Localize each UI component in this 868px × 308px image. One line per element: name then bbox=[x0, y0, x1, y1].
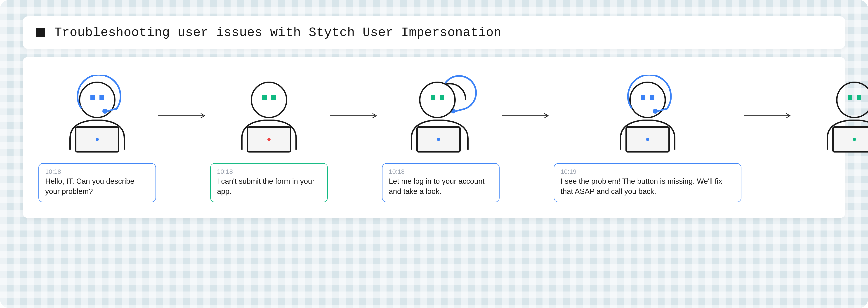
svg-rect-3 bbox=[90, 95, 95, 100]
message-bubble: 10:18 Hello, IT. Can you describe your p… bbox=[38, 163, 156, 202]
flow-arrow bbox=[328, 75, 382, 156]
flow-arrow bbox=[500, 75, 554, 156]
title-bullet-icon bbox=[36, 28, 45, 37]
svg-rect-32 bbox=[857, 95, 861, 100]
impersonation-avatar bbox=[400, 75, 482, 156]
svg-point-28 bbox=[646, 138, 649, 141]
user-avatar bbox=[814, 75, 868, 156]
message-text: Hello, IT. Can you describe your problem… bbox=[45, 176, 149, 196]
step-user-2 bbox=[796, 75, 868, 195]
svg-point-16 bbox=[420, 82, 455, 118]
flow-arrow bbox=[156, 75, 210, 156]
step-impersonation: 10:18 Let me log in to your account and … bbox=[382, 75, 500, 202]
message-bubble: 10:18 I can't submit the form in your ap… bbox=[210, 163, 328, 202]
step-agent-2: 10:19 I see the problem! The button is m… bbox=[554, 75, 741, 202]
message-timestamp: 10:18 bbox=[45, 168, 149, 175]
svg-rect-9 bbox=[262, 95, 267, 100]
message-bubble: 10:19 I see the problem! The button is m… bbox=[554, 163, 741, 202]
message-timestamp: 10:19 bbox=[561, 168, 735, 175]
agent-avatar bbox=[607, 75, 688, 156]
svg-point-34 bbox=[853, 138, 856, 141]
svg-rect-10 bbox=[271, 95, 276, 100]
user-avatar bbox=[228, 75, 310, 156]
step-agent-1: 10:18 Hello, IT. Can you describe your p… bbox=[38, 75, 156, 202]
svg-rect-33 bbox=[833, 127, 868, 152]
svg-rect-4 bbox=[99, 95, 104, 100]
svg-rect-26 bbox=[650, 95, 654, 100]
message-timestamp: 10:18 bbox=[389, 168, 493, 175]
page: Troubleshooting user issues with Stytch … bbox=[0, 0, 868, 238]
svg-rect-25 bbox=[641, 95, 645, 100]
page-title: Troubleshooting user issues with Stytch … bbox=[54, 25, 501, 40]
svg-point-22 bbox=[630, 82, 665, 118]
svg-point-8 bbox=[251, 82, 287, 118]
message-text: Let me log in to your account and take a… bbox=[389, 176, 493, 196]
flow-row: 10:18 Hello, IT. Can you describe your p… bbox=[38, 75, 830, 202]
diagram-card: 10:18 Hello, IT. Can you describe your p… bbox=[23, 57, 845, 218]
svg-point-0 bbox=[80, 82, 115, 118]
title-card: Troubleshooting user issues with Stytch … bbox=[23, 16, 845, 49]
agent-avatar bbox=[57, 75, 138, 156]
message-text: I can't submit the form in your app. bbox=[217, 176, 321, 196]
message-text: I see the problem! The button is missing… bbox=[561, 176, 735, 196]
svg-rect-18 bbox=[440, 95, 444, 100]
svg-rect-31 bbox=[848, 95, 852, 100]
message-bubble: 10:18 Let me log in to your account and … bbox=[382, 163, 500, 202]
flow-arrow bbox=[741, 75, 796, 156]
svg-point-20 bbox=[437, 138, 440, 141]
svg-point-12 bbox=[268, 138, 271, 141]
svg-line-15 bbox=[456, 109, 465, 111]
message-timestamp: 10:18 bbox=[217, 168, 321, 175]
svg-point-30 bbox=[837, 82, 868, 118]
step-user-1: 10:18 I can't submit the form in your ap… bbox=[210, 75, 328, 202]
svg-rect-17 bbox=[431, 95, 435, 100]
svg-point-6 bbox=[96, 138, 99, 141]
